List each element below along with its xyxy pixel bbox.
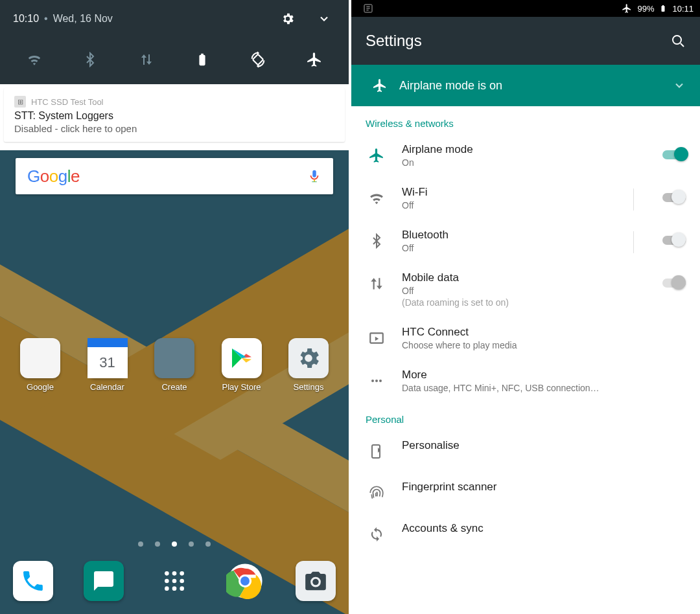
bluetooth-switch[interactable] bbox=[657, 233, 686, 248]
svg-point-6 bbox=[172, 571, 177, 576]
hotseat-appdrawer[interactable] bbox=[154, 561, 194, 601]
svg-point-9 bbox=[172, 579, 177, 584]
svg-point-21 bbox=[371, 380, 374, 382]
row-personalise[interactable]: Personalise bbox=[351, 430, 700, 472]
section-wireless: Wireless & networks bbox=[351, 106, 700, 134]
battery-status-icon bbox=[659, 3, 667, 14]
svg-point-5 bbox=[165, 571, 169, 576]
hotseat-chrome[interactable] bbox=[225, 561, 265, 601]
airplane-icon bbox=[366, 144, 388, 166]
row-htc-connect[interactable]: HTC ConnectChoose where to play media bbox=[351, 317, 700, 359]
wifi-icon bbox=[366, 187, 388, 209]
app-label: Create bbox=[161, 382, 187, 392]
fingerprint-icon bbox=[366, 482, 388, 504]
settings-appbar: Settings bbox=[351, 17, 700, 65]
data-toggle-icon[interactable] bbox=[132, 45, 161, 74]
svg-point-22 bbox=[375, 380, 378, 382]
svg-point-17 bbox=[312, 579, 319, 586]
row-bluetooth[interactable]: BluetoothOff bbox=[351, 220, 700, 262]
section-personal: Personal bbox=[351, 402, 700, 430]
home-wallpaper: Google Google 31 Calendar bbox=[0, 150, 349, 614]
hotseat-phone[interactable] bbox=[13, 561, 53, 601]
row-title: More bbox=[402, 369, 686, 381]
settings-gear-icon[interactable] bbox=[276, 7, 299, 30]
notification-app-name: HTC SSD Test Tool bbox=[31, 97, 104, 107]
quick-settings-panel: 10:10 • Wed, 16 Nov bbox=[0, 0, 349, 84]
cast-icon bbox=[366, 327, 388, 349]
svg-point-13 bbox=[180, 586, 184, 591]
app-label: Google bbox=[27, 382, 54, 392]
google-search-bar[interactable]: Google bbox=[16, 158, 333, 194]
svg-point-19 bbox=[673, 36, 681, 44]
mobile-data-switch[interactable] bbox=[657, 275, 686, 291]
app-play-store[interactable]: Play Store bbox=[215, 338, 269, 392]
row-more[interactable]: MoreData usage, HTC Mini+, NFC, USB conn… bbox=[351, 359, 700, 402]
qs-dot-separator: • bbox=[44, 13, 48, 25]
mobile-data-icon bbox=[366, 273, 388, 295]
rotate-toggle-icon[interactable] bbox=[244, 45, 272, 74]
row-fingerprint[interactable]: Fingerprint scanner bbox=[351, 472, 700, 513]
status-app-icon bbox=[363, 3, 373, 14]
banner-chevron-icon bbox=[673, 79, 686, 92]
row-sub: Off bbox=[402, 243, 619, 253]
app-create-folder[interactable]: Create bbox=[147, 338, 202, 392]
svg-point-23 bbox=[379, 380, 382, 382]
google-logo: Google bbox=[27, 166, 80, 187]
row-hint: (Data roaming is set to on) bbox=[402, 297, 643, 308]
airplane-toggle-icon[interactable] bbox=[300, 45, 329, 74]
row-airplane-mode[interactable]: Airplane modeOn bbox=[351, 134, 700, 177]
svg-point-11 bbox=[165, 586, 169, 591]
page-indicator bbox=[0, 541, 349, 547]
svg-point-8 bbox=[165, 579, 169, 584]
qs-date: Wed, 16 Nov bbox=[53, 13, 113, 25]
svg-point-12 bbox=[172, 586, 177, 591]
row-sub: On bbox=[402, 157, 643, 168]
row-sub: Off bbox=[402, 286, 643, 296]
app-calendar[interactable]: 31 Calendar bbox=[80, 338, 135, 392]
svg-rect-0 bbox=[253, 54, 263, 65]
wifi-toggle-icon[interactable] bbox=[20, 45, 49, 74]
notification-body: Disabled - click here to open bbox=[14, 123, 334, 134]
sync-icon bbox=[366, 523, 388, 545]
status-bar: 99% 10:11 bbox=[351, 0, 700, 17]
svg-point-10 bbox=[180, 579, 184, 584]
airplane-banner[interactable]: Airplane mode is on bbox=[351, 65, 700, 106]
personalise-icon bbox=[366, 440, 388, 462]
expand-caret-icon[interactable] bbox=[312, 7, 336, 30]
more-dots-icon bbox=[366, 370, 388, 392]
notification-title: STT: System Loggers bbox=[14, 110, 334, 122]
search-icon[interactable] bbox=[670, 33, 686, 49]
notification-app-icon: ⊞ bbox=[14, 96, 26, 108]
bluetooth-icon bbox=[366, 230, 388, 252]
app-google-folder[interactable]: Google bbox=[13, 338, 67, 392]
bluetooth-toggle-icon[interactable] bbox=[76, 45, 104, 74]
row-sub: Choose where to play media bbox=[402, 340, 686, 350]
notification-card[interactable]: ⊞ HTC SSD Test Tool STT: System Loggers … bbox=[4, 88, 345, 142]
app-label: Play Store bbox=[222, 382, 261, 392]
row-sub: Data usage, HTC Mini+, NFC, USB connecti… bbox=[402, 383, 686, 393]
row-title: Personalise bbox=[402, 439, 686, 452]
microphone-icon[interactable] bbox=[307, 169, 321, 183]
airplane-banner-icon bbox=[366, 78, 394, 93]
phone-left: 10:10 • Wed, 16 Nov bbox=[0, 0, 350, 614]
battery-toggle-icon[interactable] bbox=[188, 45, 216, 74]
row-sub: Off bbox=[402, 200, 619, 210]
app-label: Calendar bbox=[90, 382, 124, 392]
row-title: Accounts & sync bbox=[402, 522, 686, 535]
row-accounts-sync[interactable]: Accounts & sync bbox=[351, 513, 700, 554]
row-title: HTC Connect bbox=[402, 326, 686, 339]
hotseat-messages[interactable] bbox=[84, 561, 124, 601]
status-time: 10:11 bbox=[672, 4, 694, 14]
wifi-switch[interactable] bbox=[657, 190, 686, 205]
svg-point-7 bbox=[180, 571, 184, 576]
battery-percent: 99% bbox=[637, 4, 654, 14]
row-title: Wi-Fi bbox=[402, 186, 619, 199]
airplane-switch[interactable] bbox=[657, 147, 686, 163]
settings-title: Settings bbox=[366, 32, 422, 50]
row-mobile-data[interactable]: Mobile dataOff(Data roaming is set to on… bbox=[351, 262, 700, 317]
app-settings[interactable]: Settings bbox=[281, 338, 336, 392]
hotseat-camera[interactable] bbox=[296, 561, 336, 601]
row-wifi[interactable]: Wi-FiOff bbox=[351, 177, 700, 220]
row-title: Mobile data bbox=[402, 271, 643, 284]
row-title: Bluetooth bbox=[402, 229, 619, 242]
